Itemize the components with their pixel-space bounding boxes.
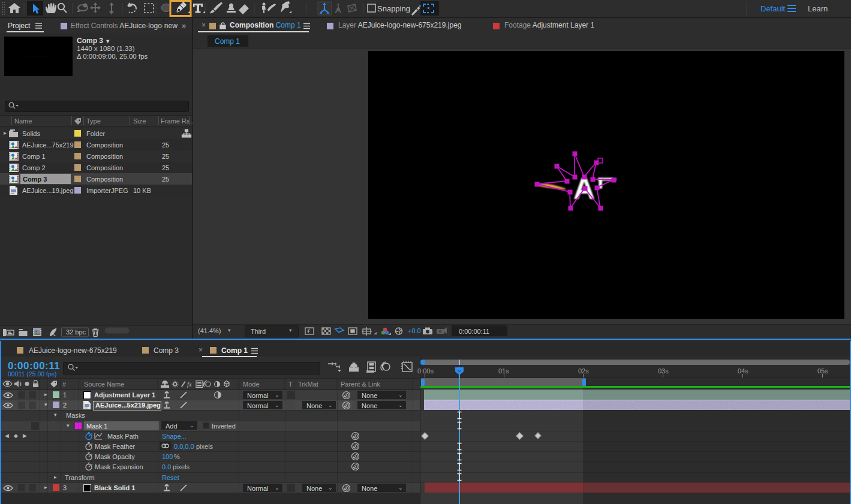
svg-text:fx: fx: [187, 381, 192, 388]
